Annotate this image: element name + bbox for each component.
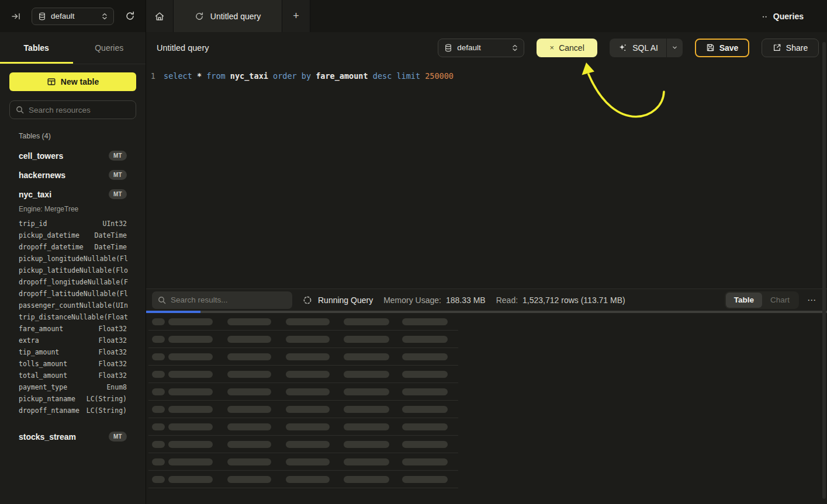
skeleton-cell — [286, 353, 330, 360]
column-row[interactable]: dropoff_ntanameLC(String) — [19, 405, 127, 416]
more-options-button[interactable]: ⋯ — [807, 295, 816, 305]
column-row[interactable]: dropoff_latitudeNullable(Fl — [19, 288, 127, 300]
query-tab-label: Untitled query — [210, 12, 261, 21]
refresh-icon[interactable] — [122, 9, 137, 24]
table-icon — [47, 77, 56, 86]
skeleton-row — [148, 418, 458, 436]
skeleton-row — [148, 366, 458, 383]
sidebar-tab-tables[interactable]: Tables — [0, 32, 73, 64]
share-button[interactable]: Share — [762, 39, 819, 57]
tab-spinner-icon — [195, 12, 204, 21]
skeleton-cell — [344, 388, 389, 395]
skeleton-cell — [402, 476, 448, 483]
code-token: nyc_taxi — [230, 71, 268, 81]
search-icon — [16, 106, 24, 114]
view-toggle-chart[interactable]: Chart — [762, 293, 798, 308]
code-token — [311, 71, 316, 81]
read-value: 1,523,712 rows (113.71 MB) — [523, 296, 625, 305]
skeleton-cell — [286, 388, 330, 395]
chevron-updown-icon — [102, 12, 108, 20]
column-row[interactable]: trip_idUInt32 — [19, 218, 127, 230]
skeleton-cell — [152, 318, 165, 325]
code-token: select — [164, 71, 192, 81]
results-search[interactable] — [152, 291, 292, 309]
code-token: * — [197, 71, 202, 81]
query-tab[interactable]: Untitled query — [174, 0, 282, 32]
close-icon: × — [550, 43, 555, 52]
query-progress-fill — [146, 311, 200, 313]
app-window: default Tables Queries New table — [0, 0, 827, 504]
vertical-scrollbar[interactable] — [822, 42, 826, 499]
code-token — [268, 71, 273, 81]
column-row[interactable]: pickup_datetimeDateTime — [19, 230, 127, 241]
new-tab-button[interactable]: + — [282, 0, 310, 32]
table-item-stocks-stream[interactable]: stocks_stream MT — [9, 427, 136, 446]
resource-search[interactable] — [9, 100, 136, 119]
column-row[interactable]: extraFloat32 — [19, 335, 127, 346]
column-row[interactable]: passenger_countNullable(UIn — [19, 300, 127, 311]
column-row[interactable]: pickup_longitudeNullable(Fl — [19, 253, 127, 265]
collapse-sidebar-icon[interactable] — [8, 9, 23, 24]
cancel-button[interactable]: × Cancel — [537, 39, 597, 57]
column-row[interactable]: tolls_amountFloat32 — [19, 358, 127, 370]
home-tab[interactable] — [146, 0, 174, 32]
skeleton-cell — [152, 388, 165, 395]
code-token — [192, 71, 197, 81]
column-row[interactable]: dropoff_datetimeDateTime — [19, 241, 127, 253]
nyc-taxi-columns: trip_idUInt32pickup_datetimeDateTimedrop… — [9, 218, 136, 419]
column-row[interactable]: payment_typeEnum8 — [19, 381, 127, 393]
skeleton-cell — [168, 371, 213, 378]
loading-spinner-icon — [303, 296, 312, 305]
engine-badge: MT — [109, 151, 127, 161]
resource-search-input[interactable] — [29, 106, 130, 114]
skeleton-cell — [286, 423, 330, 430]
code-token: order — [273, 71, 297, 81]
code-token: desc — [373, 71, 392, 81]
skeleton-row — [148, 453, 458, 471]
queries-link[interactable]: Queries — [753, 0, 827, 32]
skeleton-row — [148, 401, 458, 418]
tabstrip-spacer — [310, 0, 753, 32]
skeleton-cell — [168, 336, 213, 343]
sql-ai-button[interactable]: SQL AI — [610, 39, 683, 57]
skeleton-cell — [168, 318, 213, 325]
table-item-hackernews[interactable]: hackernews MT — [9, 165, 136, 185]
results-search-input[interactable] — [171, 296, 286, 304]
table-item-cell-towers[interactable]: cell_towers MT — [9, 146, 136, 165]
column-row[interactable]: pickup_latitudeNullable(Flo — [19, 265, 127, 276]
skeleton-cell — [344, 318, 389, 325]
query-database-selector[interactable]: default — [438, 39, 524, 57]
column-row[interactable]: pickup_ntanameLC(String) — [19, 393, 127, 405]
column-row[interactable]: tip_amountFloat32 — [19, 346, 127, 358]
skeleton-cell — [227, 371, 271, 378]
save-button[interactable]: Save — [695, 39, 749, 57]
skeleton-cell — [286, 371, 330, 378]
skeleton-cell — [344, 353, 389, 360]
column-row[interactable]: dropoff_longitudeNullable(F — [19, 276, 127, 288]
code-token: limit — [396, 71, 420, 81]
sql-ai-main[interactable]: SQL AI — [610, 39, 666, 57]
column-row[interactable]: trip_distanceNullable(Float — [19, 311, 127, 323]
view-toggle-table[interactable]: Table — [726, 293, 762, 308]
skeleton-cell — [168, 406, 213, 413]
engine-badge: MT — [109, 189, 127, 199]
read-label: Read: — [496, 296, 518, 305]
sql-editor[interactable]: 1 select * from nyc_taxi order by fare_a… — [146, 63, 827, 289]
skeleton-cell — [168, 423, 213, 430]
new-table-button[interactable]: New table — [9, 72, 136, 91]
skeleton-cell — [227, 318, 271, 325]
skeleton-cell — [227, 423, 271, 430]
column-row[interactable]: total_amountFloat32 — [19, 370, 127, 381]
sidebar-tab-queries[interactable]: Queries — [73, 32, 146, 64]
skeleton-cell — [227, 336, 271, 343]
engine-info: Engine: MergeTree — [9, 204, 136, 218]
column-row[interactable]: fare_amountFloat32 — [19, 323, 127, 335]
database-selector[interactable]: default — [32, 8, 114, 25]
table-item-nyc-taxi[interactable]: nyc_taxi MT — [9, 185, 136, 204]
home-icon — [154, 11, 165, 22]
skeleton-row — [148, 383, 458, 401]
skeleton-cell — [152, 476, 165, 483]
database-icon — [38, 12, 46, 20]
sql-ai-dropdown[interactable] — [666, 39, 683, 57]
chevron-down-icon — [672, 44, 678, 51]
